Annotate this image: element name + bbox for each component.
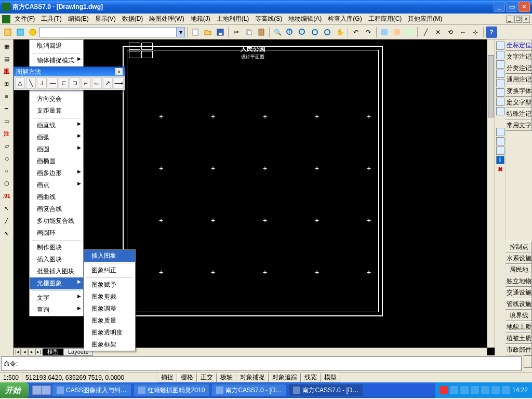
tool-icon[interactable]: ⊹: [470, 26, 481, 38]
panel-icon[interactable]: [496, 147, 504, 155]
menu-item[interactable]: 多功能复合线: [30, 215, 83, 227]
panel-icon[interactable]: [496, 128, 504, 136]
tray-icon[interactable]: [481, 386, 489, 394]
doc-close-button[interactable]: ×: [523, 16, 530, 23]
measure-icon[interactable]: ↔: [457, 26, 469, 38]
snap-icon[interactable]: ↗: [103, 77, 113, 89]
tab-last-button[interactable]: ▸|: [35, 349, 43, 355]
quicklaunch-icon[interactable]: [42, 385, 51, 395]
tool-icon[interactable]: [404, 26, 415, 38]
vertical-scrollbar[interactable]: [487, 39, 495, 348]
right-button[interactable]: 居民地: [506, 264, 532, 275]
right-button[interactable]: 控制点: [506, 241, 532, 252]
menu-item[interactable]: 画弧: [30, 131, 83, 143]
paste-icon[interactable]: [256, 26, 267, 38]
menu-item[interactable]: 插入图块: [30, 254, 83, 265]
status-toggle[interactable]: 正交: [197, 373, 217, 382]
right-button[interactable]: 分类注记: [506, 62, 532, 74]
tool-icon[interactable]: 注: [1, 128, 12, 139]
tool-icon[interactable]: .91: [1, 190, 12, 202]
tool-icon[interactable]: ◇: [1, 153, 12, 164]
redo-icon[interactable]: ↷: [363, 26, 374, 38]
menu-item[interactable]: 文字: [30, 292, 83, 304]
taskbar-item[interactable]: 南方CASS7.0 - [D…: [288, 384, 363, 396]
system-tray[interactable]: 14:22: [435, 382, 532, 398]
right-button[interactable]: 植被土质: [506, 332, 532, 344]
tray-icon[interactable]: [491, 386, 500, 394]
menu-item[interactable]: 图象框架: [84, 339, 135, 351]
status-toggle[interactable]: 线宽: [301, 373, 321, 382]
snap-icon[interactable]: ╲: [26, 77, 36, 89]
tool-icon[interactable]: ▤: [1, 53, 12, 64]
tool-icon[interactable]: ▱: [1, 140, 12, 152]
tool-icon[interactable]: ○: [1, 165, 12, 177]
status-toggle[interactable]: 对象捕捉: [236, 373, 269, 382]
tool-icon[interactable]: [2, 26, 14, 38]
menu-item[interactable]: 工程应用(C): [365, 15, 405, 23]
taskbar-item[interactable]: 南方CASS7.0 - [D…: [211, 384, 286, 396]
tab-prev-button[interactable]: ◂: [21, 349, 28, 355]
tool-icon[interactable]: ⟲: [445, 26, 456, 38]
undo-icon[interactable]: ↶: [350, 26, 362, 38]
tool-icon[interactable]: ↖: [1, 203, 12, 214]
right-button[interactable]: 交通设施: [506, 287, 532, 298]
zoom-in-icon[interactable]: +: [284, 26, 296, 38]
menu-item[interactable]: 画椭圆: [30, 155, 83, 167]
tool-icon[interactable]: ≡: [1, 90, 12, 102]
doc-minimize-button[interactable]: _: [506, 16, 513, 23]
start-button[interactable]: 开始: [0, 382, 29, 398]
panel-icon[interactable]: [496, 107, 504, 115]
cut-icon[interactable]: ✂: [231, 26, 242, 38]
right-button[interactable]: 定义字型: [506, 97, 532, 108]
right-button[interactable]: 通用注记: [506, 74, 532, 85]
status-toggle[interactable]: 对象追踪: [269, 373, 301, 382]
minimize-button[interactable]: _: [494, 2, 505, 12]
tool-icon[interactable]: ∿: [1, 228, 12, 239]
tool-icon[interactable]: ╱: [1, 215, 12, 227]
float-close-button[interactable]: ×: [115, 68, 123, 75]
menu-item[interactable]: 制作图块: [30, 242, 83, 254]
menu-item[interactable]: 数据(D): [119, 15, 147, 23]
right-button[interactable]: 管线设施: [506, 298, 532, 310]
snap-icon[interactable]: ⟶: [114, 77, 124, 89]
tool-icon[interactable]: [27, 26, 38, 38]
menu-item[interactable]: 方向交会: [30, 93, 83, 105]
help-icon[interactable]: ?: [486, 26, 497, 38]
menu-item[interactable]: 图象质量: [84, 315, 135, 327]
menu-item[interactable]: 查询: [30, 304, 83, 316]
tool-icon[interactable]: [391, 26, 403, 38]
menu-item[interactable]: 画圆环: [30, 227, 83, 239]
menu-item[interactable]: 画曲线: [30, 191, 83, 203]
menu-item[interactable]: 画点: [30, 179, 83, 191]
menu-item[interactable]: 批量插入图块: [30, 265, 83, 277]
right-button[interactable]: 水系设施: [506, 252, 532, 264]
menu-item[interactable]: 光栅图象: [30, 277, 83, 289]
menu-item[interactable]: 图象赋予: [84, 279, 135, 291]
zoom-window-icon[interactable]: 🔍: [272, 26, 283, 38]
right-button[interactable]: 地貌土质: [506, 321, 532, 332]
right-button[interactable]: 特殊注记: [506, 108, 532, 119]
panel-icon[interactable]: [496, 98, 504, 106]
tool-icon[interactable]: ━: [1, 103, 12, 114]
snap-icon[interactable]: ⌙: [92, 77, 102, 89]
menu-item[interactable]: 画圆: [30, 143, 83, 155]
quicklaunch-icon[interactable]: [32, 385, 42, 395]
tray-icon[interactable]: [440, 386, 448, 394]
right-button[interactable]: 坐标定位: [506, 39, 532, 51]
zoom-extents-icon[interactable]: [309, 26, 321, 38]
right-button[interactable]: 变换字体: [506, 85, 532, 97]
drawing-canvas[interactable]: 人民公园 设计平面图 ++++++++++++++++++++ 取消回退物体捕捉…: [14, 39, 495, 355]
info-icon[interactable]: i: [496, 156, 504, 164]
right-button[interactable]: 常用文字: [506, 119, 532, 131]
maximize-button[interactable]: ▭: [506, 2, 517, 12]
draw-line-icon[interactable]: ╱: [420, 26, 431, 38]
menu-item[interactable]: 其他应用(M): [405, 15, 445, 23]
zoom-out-icon[interactable]: -: [297, 26, 308, 38]
menu-item[interactable]: 图象纠正: [84, 264, 135, 276]
tool-icon[interactable]: ⬡: [1, 178, 12, 189]
draw-cross-icon[interactable]: ✕: [432, 26, 444, 38]
right-button[interactable]: 独立地物: [506, 275, 532, 287]
menu-item[interactable]: 物体捕捉模式: [30, 55, 83, 66]
menu-item[interactable]: 图象透明度: [84, 327, 135, 339]
menu-item[interactable]: 文件(F): [11, 15, 38, 23]
